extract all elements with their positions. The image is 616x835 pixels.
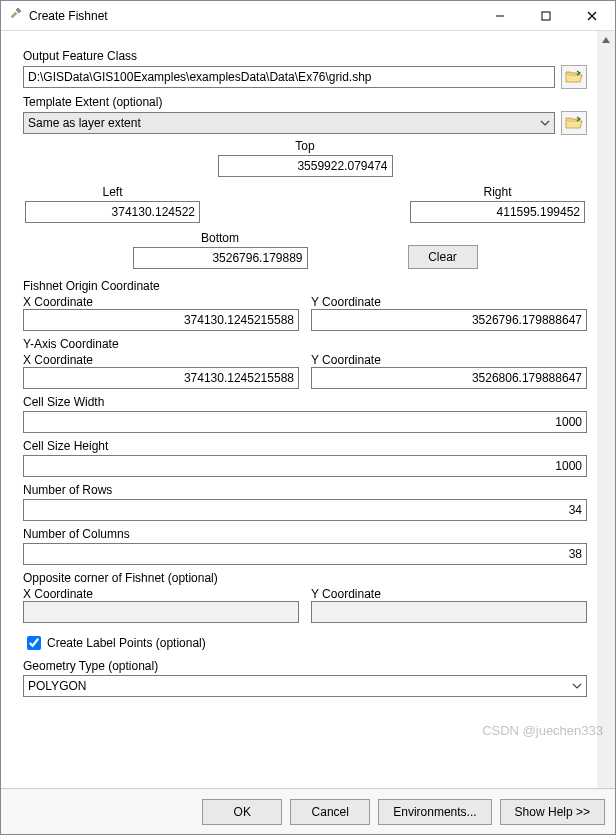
scroll-track[interactable] xyxy=(597,49,615,788)
opposite-y-input[interactable] xyxy=(311,601,587,623)
geometry-type-value: POLYGON xyxy=(28,679,86,693)
clear-extent-button[interactable]: Clear xyxy=(408,245,478,269)
opposite-y-label: Y Coordinate xyxy=(311,587,587,601)
template-extent-value: Same as layer extent xyxy=(28,116,141,130)
label-points-label[interactable]: Create Label Points (optional) xyxy=(47,636,206,650)
window-title: Create Fishnet xyxy=(29,9,108,23)
scroll-up-icon[interactable] xyxy=(597,31,615,49)
svg-rect-0 xyxy=(11,12,17,18)
num-rows-input[interactable] xyxy=(23,499,587,521)
num-cols-label: Number of Columns xyxy=(23,527,587,541)
folder-open-icon xyxy=(565,116,583,130)
vertical-scrollbar[interactable] xyxy=(597,31,615,788)
extent-bottom-input[interactable] xyxy=(133,247,308,269)
extent-top-input[interactable] xyxy=(218,155,393,177)
chevron-down-icon xyxy=(540,116,550,133)
cell-width-label: Cell Size Width xyxy=(23,395,587,409)
template-extent-select[interactable]: Same as layer extent xyxy=(23,112,555,134)
extent-top-label: Top xyxy=(218,139,393,153)
output-feature-class-label: Output Feature Class xyxy=(23,49,587,63)
template-extent-label: Template Extent (optional) xyxy=(23,95,587,109)
origin-heading: Fishnet Origin Coordinate xyxy=(23,279,587,293)
ok-button[interactable]: OK xyxy=(202,799,282,825)
label-points-checkbox[interactable] xyxy=(27,636,41,650)
maximize-button[interactable] xyxy=(523,1,569,31)
browse-output-button[interactable] xyxy=(561,65,587,89)
extent-left-label: Left xyxy=(25,185,200,199)
yaxis-y-input[interactable] xyxy=(311,367,587,389)
yaxis-heading: Y-Axis Coordinate xyxy=(23,337,587,351)
extent-right-label: Right xyxy=(410,185,585,199)
num-cols-input[interactable] xyxy=(23,543,587,565)
cancel-button[interactable]: Cancel xyxy=(290,799,370,825)
origin-x-input[interactable] xyxy=(23,309,299,331)
close-button[interactable] xyxy=(569,1,615,31)
origin-y-label: Y Coordinate xyxy=(311,295,587,309)
origin-y-input[interactable] xyxy=(311,309,587,331)
form-panel: Output Feature Class Template Extent (op… xyxy=(1,31,597,788)
geometry-type-label: Geometry Type (optional) xyxy=(23,659,587,673)
opposite-heading: Opposite corner of Fishnet (optional) xyxy=(23,571,587,585)
yaxis-x-input[interactable] xyxy=(23,367,299,389)
extent-left-input[interactable] xyxy=(25,201,200,223)
extent-bottom-label: Bottom xyxy=(133,231,308,245)
browse-extent-button[interactable] xyxy=(561,111,587,135)
show-help-button[interactable]: Show Help >> xyxy=(500,799,605,825)
svg-rect-2 xyxy=(542,12,550,20)
cell-height-input[interactable] xyxy=(23,455,587,477)
folder-open-icon xyxy=(565,70,583,84)
minimize-button[interactable] xyxy=(477,1,523,31)
chevron-down-icon xyxy=(572,679,582,696)
cell-height-label: Cell Size Height xyxy=(23,439,587,453)
hammer-icon xyxy=(9,7,23,24)
cell-width-input[interactable] xyxy=(23,411,587,433)
origin-x-label: X Coordinate xyxy=(23,295,299,309)
output-feature-class-input[interactable] xyxy=(23,66,555,88)
yaxis-y-label: Y Coordinate xyxy=(311,353,587,367)
dialog-button-bar: OK Cancel Environments... Show Help >> xyxy=(1,788,615,834)
yaxis-x-label: X Coordinate xyxy=(23,353,299,367)
num-rows-label: Number of Rows xyxy=(23,483,587,497)
opposite-x-label: X Coordinate xyxy=(23,587,299,601)
titlebar: Create Fishnet xyxy=(1,1,615,31)
environments-button[interactable]: Environments... xyxy=(378,799,491,825)
geometry-type-select[interactable]: POLYGON xyxy=(23,675,587,697)
opposite-x-input[interactable] xyxy=(23,601,299,623)
extent-right-input[interactable] xyxy=(410,201,585,223)
